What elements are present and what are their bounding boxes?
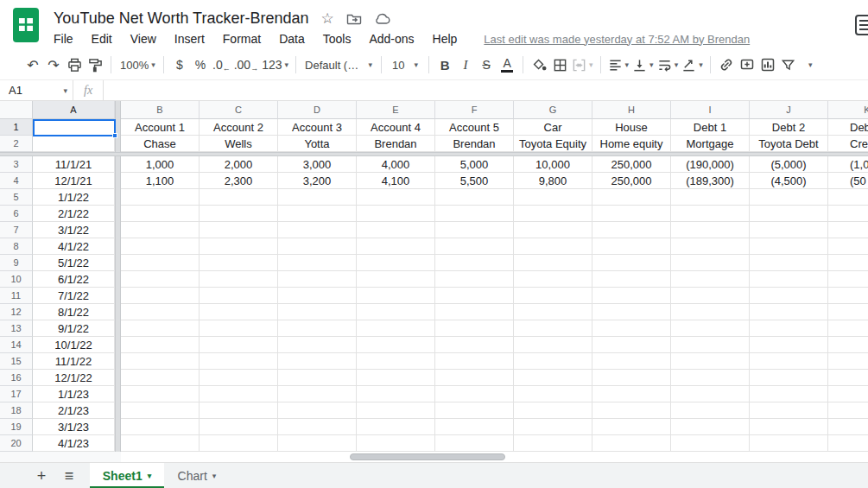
- cell-j5[interactable]: [750, 189, 828, 206]
- cell-c16[interactable]: [200, 370, 278, 386]
- cell-k19[interactable]: [828, 419, 868, 435]
- cell-b9[interactable]: [121, 255, 200, 271]
- cell-j10[interactable]: [750, 271, 828, 288]
- column-header-c[interactable]: C: [200, 101, 278, 119]
- cell-j1[interactable]: Debt 2: [750, 119, 828, 136]
- horizontal-align-button[interactable]: ▾: [606, 54, 631, 76]
- cell-j2[interactable]: Toyota Debt: [750, 136, 828, 152]
- cell-e9[interactable]: [357, 255, 435, 271]
- merge-cells-button[interactable]: ▾: [570, 54, 595, 76]
- cell-g8[interactable]: [514, 238, 592, 255]
- cell-k15[interactable]: [828, 353, 868, 370]
- last-edit-link[interactable]: Last edit was made yesterday at 7:52 AM …: [484, 33, 750, 46]
- menu-item-insert[interactable]: Insert: [174, 32, 205, 46]
- cell-i10[interactable]: [671, 271, 750, 288]
- row-header-1[interactable]: 1: [0, 119, 33, 136]
- cell-k10[interactable]: [828, 271, 868, 288]
- cell-f8[interactable]: [435, 238, 514, 255]
- all-sheets-button[interactable]: ≡: [57, 463, 81, 488]
- row-header-8[interactable]: 8: [0, 238, 33, 255]
- format-percent-button[interactable]: %: [190, 54, 211, 76]
- cell-g7[interactable]: [514, 222, 592, 238]
- cell-c19[interactable]: [200, 419, 278, 435]
- cell-k7[interactable]: [828, 222, 868, 238]
- cell-c14[interactable]: [200, 337, 278, 353]
- grid-corner[interactable]: [0, 101, 33, 119]
- cell-k5[interactable]: [828, 189, 868, 206]
- cell-j14[interactable]: [750, 337, 828, 353]
- cell-c11[interactable]: [200, 288, 278, 304]
- cell-g5[interactable]: [514, 189, 592, 206]
- cell-c12[interactable]: [200, 304, 278, 320]
- cell-h17[interactable]: [592, 386, 671, 402]
- row-header-2[interactable]: 2: [0, 136, 33, 152]
- cell-a17[interactable]: 1/1/23: [33, 386, 115, 402]
- cell-f16[interactable]: [435, 370, 514, 386]
- cell-h7[interactable]: [592, 222, 671, 238]
- cell-e6[interactable]: [357, 206, 435, 222]
- cell-d4[interactable]: 3,200: [278, 173, 357, 189]
- cell-j19[interactable]: [750, 419, 828, 435]
- borders-button[interactable]: [549, 54, 570, 76]
- cell-c1[interactable]: Account 2: [200, 119, 278, 136]
- cell-k13[interactable]: [828, 320, 868, 337]
- cell-i17[interactable]: [671, 386, 750, 402]
- cell-f12[interactable]: [435, 304, 514, 320]
- cell-f10[interactable]: [435, 271, 514, 288]
- cell-d20[interactable]: [278, 435, 357, 452]
- increase-decimal-button[interactable]: .00 →: [232, 54, 260, 76]
- cell-f6[interactable]: [435, 206, 514, 222]
- cell-e15[interactable]: [357, 353, 435, 370]
- cell-a2[interactable]: [33, 136, 115, 152]
- cell-g9[interactable]: [514, 255, 592, 271]
- cell-a7[interactable]: 3/1/22: [33, 222, 115, 238]
- cell-i1[interactable]: Debt 1: [671, 119, 750, 136]
- strikethrough-button[interactable]: S: [476, 54, 497, 76]
- cell-i15[interactable]: [671, 353, 750, 370]
- cell-h4[interactable]: 250,000: [592, 173, 671, 189]
- menu-item-data[interactable]: Data: [279, 32, 305, 46]
- cell-a8[interactable]: 4/1/22: [33, 238, 115, 255]
- row-header-10[interactable]: 10: [0, 271, 33, 288]
- cell-g15[interactable]: [514, 353, 592, 370]
- cell-j3[interactable]: (5,000): [750, 156, 828, 173]
- cell-e8[interactable]: [357, 238, 435, 255]
- cell-f18[interactable]: [435, 402, 514, 419]
- row-header-9[interactable]: 9: [0, 255, 33, 271]
- cloud-status-icon[interactable]: [374, 12, 390, 25]
- cell-e7[interactable]: [357, 222, 435, 238]
- cell-e3[interactable]: 4,000: [357, 156, 435, 173]
- column-header-d[interactable]: D: [278, 101, 357, 119]
- insert-link-button[interactable]: [716, 54, 737, 76]
- cell-e20[interactable]: [357, 435, 435, 452]
- zoom-select[interactable]: 100% ▾: [117, 54, 158, 76]
- column-header-h[interactable]: H: [592, 101, 671, 119]
- cell-a11[interactable]: 7/1/22: [33, 288, 115, 304]
- cell-e12[interactable]: [357, 304, 435, 320]
- cell-g2[interactable]: Toyota Equity: [514, 136, 592, 152]
- cell-a14[interactable]: 10/1/22: [33, 337, 115, 353]
- column-header-i[interactable]: I: [671, 101, 750, 119]
- cell-d10[interactable]: [278, 271, 357, 288]
- cell-c9[interactable]: [200, 255, 278, 271]
- name-box[interactable]: A1 ▾: [0, 80, 73, 101]
- cell-j20[interactable]: [750, 435, 828, 452]
- cell-i11[interactable]: [671, 288, 750, 304]
- cell-h10[interactable]: [592, 271, 671, 288]
- cell-d13[interactable]: [278, 320, 357, 337]
- italic-button[interactable]: I: [455, 54, 476, 76]
- cell-d9[interactable]: [278, 255, 357, 271]
- cell-j4[interactable]: (4,500): [750, 173, 828, 189]
- cell-c2[interactable]: Wells: [200, 136, 278, 152]
- cell-g13[interactable]: [514, 320, 592, 337]
- menu-item-file[interactable]: File: [54, 32, 73, 46]
- add-sheet-button[interactable]: +: [29, 463, 54, 488]
- cell-a16[interactable]: 12/1/22: [33, 370, 115, 386]
- cell-c4[interactable]: 2,300: [200, 173, 278, 189]
- menu-item-edit[interactable]: Edit: [92, 32, 112, 46]
- cell-j8[interactable]: [750, 238, 828, 255]
- cell-a20[interactable]: 4/1/23: [33, 435, 115, 452]
- cell-g4[interactable]: 9,800: [514, 173, 592, 189]
- cell-i4[interactable]: (189,300): [671, 173, 750, 189]
- text-rotation-button[interactable]: ▾: [680, 54, 705, 76]
